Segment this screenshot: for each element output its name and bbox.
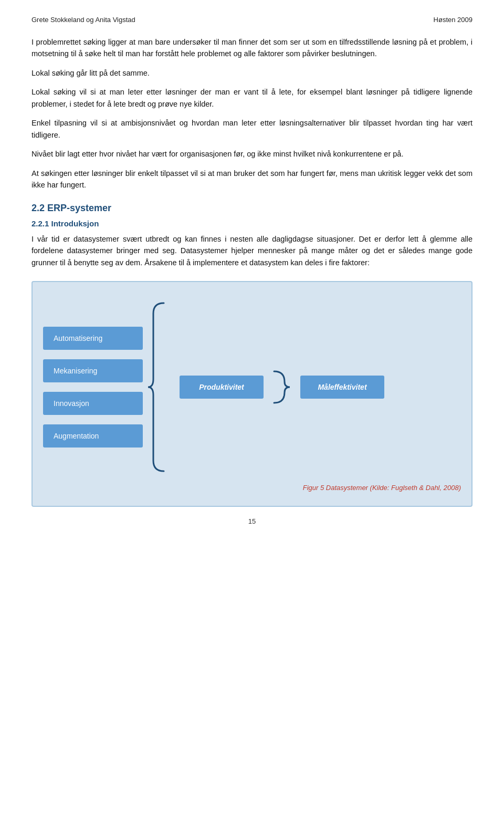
middle-box-area: Produktivitet — [180, 376, 264, 399]
factor-mekanisering: Mekanisering — [43, 359, 143, 382]
header-right: Høsten 2009 — [434, 16, 472, 24]
section-221-heading: 2.2.1 Introduksjon — [32, 219, 472, 228]
paragraph-3: Lokal søking vil si at man leter etter l… — [32, 86, 472, 110]
datasystemer-diagram: Automatisering Mekanisering Innovasjon A… — [32, 281, 472, 507]
paragraph-5: Nivået blir lagt etter hvor nivået har v… — [32, 148, 472, 160]
section-22-heading: 2.2 ERP-systemer — [32, 203, 472, 214]
paragraph-1: I problemrettet søking ligger at man bar… — [32, 36, 472, 60]
right-brace — [264, 335, 295, 440]
left-factor-boxes: Automatisering Mekanisering Innovasjon A… — [43, 327, 143, 448]
produktivitet-label: Produktivitet — [199, 383, 244, 391]
diagram-inner: Automatisering Mekanisering Innovasjon A… — [43, 298, 461, 476]
page-number: 15 — [32, 517, 472, 525]
produktivitet-box: Produktivitet — [180, 376, 264, 399]
paragraph-2: Lokal søking går litt på det samme. — [32, 67, 472, 79]
factor-innovasjon: Innovasjon — [43, 392, 143, 415]
paragraph-4: Enkel tilpasning vil si at ambisjonsnivå… — [32, 117, 472, 141]
maleffektivitet-label: Måleffektivitet — [318, 383, 366, 391]
factor-automatisering: Automatisering — [43, 327, 143, 350]
section-221-intro: I vår tid er datasystemer svært utbredt … — [32, 233, 472, 268]
maleffektivitet-box: Måleffektivitet — [300, 376, 384, 399]
factor-augmentation: Augmentation — [43, 424, 143, 448]
header-left: Grete Stokkeland og Anita Vigstad — [32, 16, 135, 24]
paragraph-6: At søkingen etter løsninger blir enkelt … — [32, 168, 472, 191]
left-brace — [143, 298, 174, 476]
figure-caption: Figur 5 Datasystemer (Kilde: Fuglseth & … — [43, 484, 461, 492]
